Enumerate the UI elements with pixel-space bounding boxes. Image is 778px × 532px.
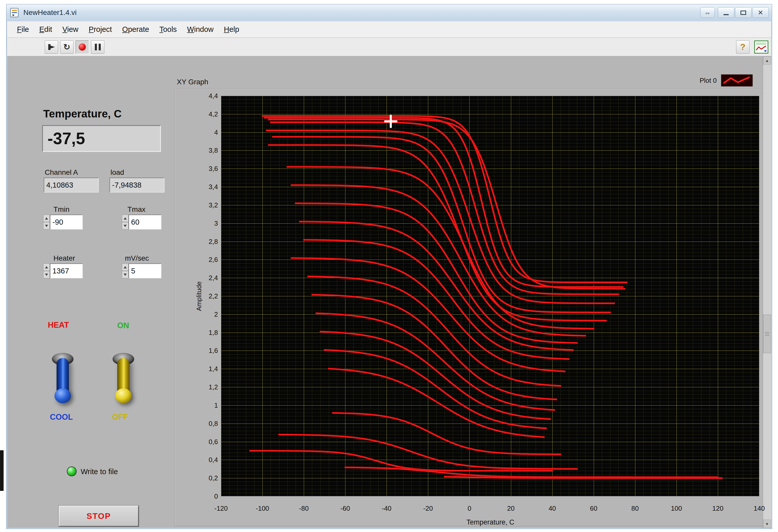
help-icon: ?	[740, 42, 746, 52]
window-title: NewHeater1.4.vi	[23, 8, 77, 17]
y-tick-label: 2,4	[184, 274, 218, 282]
y-tick-label: 2	[184, 310, 218, 318]
run-button[interactable]	[45, 41, 58, 54]
xy-graph-plot-area[interactable]	[221, 96, 759, 496]
on-off-switch-knob[interactable]	[115, 388, 132, 403]
menu-file[interactable]: File	[12, 25, 34, 34]
minimize-button[interactable]	[718, 7, 734, 18]
window-extra-button[interactable]: ⇔	[700, 7, 715, 18]
abort-icon	[79, 44, 86, 51]
tmax-spinner[interactable]	[122, 215, 129, 229]
heater-spinner[interactable]	[43, 263, 50, 278]
x-tick-label: -100	[247, 505, 278, 513]
decrement-arrow-icon[interactable]	[122, 271, 129, 278]
scroll-down-icon[interactable]: ▼	[763, 520, 771, 528]
x-tick-label: -20	[412, 505, 443, 513]
tmin-spinner[interactable]	[43, 215, 50, 229]
tmax-input[interactable]: 60	[129, 215, 161, 229]
load-indicator: -7,94838	[109, 177, 164, 193]
titlebar[interactable]: NewHeater1.4.vi ⇔ ✕	[6, 4, 772, 21]
increment-arrow-icon[interactable]	[122, 215, 129, 222]
channel-a-label: Channel A	[45, 168, 78, 176]
menu-tools[interactable]: Tools	[154, 25, 182, 34]
menu-operate[interactable]: Operate	[117, 25, 154, 34]
y-tick-label: 0,8	[184, 420, 218, 428]
tmin-label: Tmin	[54, 205, 69, 214]
write-to-file-led[interactable]	[67, 466, 77, 476]
menu-view[interactable]: View	[57, 25, 84, 34]
mv-per-sec-control[interactable]: 5	[122, 263, 161, 278]
legend-plot-name: Plot 0	[700, 77, 717, 85]
write-to-file-label: Write to file	[81, 467, 118, 476]
scrollbar-thumb[interactable]	[763, 315, 771, 353]
x-tick-label: 140	[744, 505, 771, 513]
temperature-label: Temperature, C	[43, 108, 122, 120]
y-tick-label: 1,6	[184, 347, 218, 355]
on-off-switch[interactable]	[108, 349, 139, 415]
cool-state-label: COOL	[50, 412, 73, 422]
y-tick-label: 4	[184, 129, 218, 136]
increment-arrow-icon[interactable]	[43, 263, 50, 271]
menu-bar: FileEditViewProjectOperateToolsWindowHel…	[7, 21, 771, 38]
heater-control[interactable]: 1367	[43, 263, 83, 278]
mv-per-sec-input[interactable]: 5	[129, 263, 161, 278]
tmax-control[interactable]: 60	[122, 215, 161, 229]
menu-help[interactable]: Help	[219, 25, 244, 34]
y-tick-label: 1,4	[184, 365, 218, 373]
vi-corner-icon[interactable]	[754, 41, 769, 54]
tmax-label: Tmax	[128, 205, 146, 214]
increment-arrow-icon[interactable]	[43, 215, 50, 222]
y-tick-label: 0,4	[184, 456, 218, 464]
increment-arrow-icon[interactable]	[122, 263, 129, 271]
close-button[interactable]: ✕	[752, 7, 769, 18]
y-tick-label: 4,4	[184, 92, 218, 100]
decrement-arrow-icon[interactable]	[43, 222, 50, 229]
off-state-label: OFF	[112, 412, 128, 422]
menu-project[interactable]: Project	[84, 25, 117, 34]
legend-line-icon	[721, 74, 753, 87]
tmin-control[interactable]: -90	[43, 215, 83, 229]
run-icon	[47, 43, 56, 52]
x-tick-label: 100	[661, 505, 692, 513]
decrement-arrow-icon[interactable]	[43, 271, 50, 278]
x-tick-label: 20	[495, 505, 526, 513]
y-tick-label: 1,2	[184, 383, 218, 391]
x-tick-label: 0	[454, 505, 485, 513]
y-tick-label: 3,4	[184, 183, 218, 191]
y-tick-label: 3,2	[184, 201, 218, 209]
maximize-button[interactable]	[735, 7, 752, 18]
stop-button[interactable]: STOP	[59, 506, 139, 527]
mv-per-sec-spinner[interactable]	[122, 263, 129, 278]
x-tick-label: 60	[578, 505, 609, 513]
load-label: load	[110, 168, 124, 176]
y-tick-label: 1	[184, 401, 218, 409]
x-tick-label: -60	[330, 505, 361, 513]
screenshot-artifact	[0, 450, 4, 491]
menu-window[interactable]: Window	[182, 25, 219, 34]
channel-a-indicator: 4,10863	[44, 177, 99, 193]
heater-input[interactable]: 1367	[50, 263, 83, 278]
heat-cool-switch-knob[interactable]	[55, 388, 71, 403]
abort-button[interactable]	[76, 41, 89, 54]
plot-legend[interactable]: Plot 0	[700, 74, 753, 87]
window-body: FileEditViewProjectOperateToolsWindowHel…	[7, 21, 771, 528]
window-controls: ⇔ ✕	[700, 7, 769, 18]
x-axis-title: Temperature, C	[439, 518, 542, 526]
run-continuous-icon: ↻	[64, 42, 70, 52]
menu-edit[interactable]: Edit	[34, 25, 57, 34]
y-tick-label: 1,8	[184, 329, 218, 336]
tmin-input[interactable]: -90	[50, 215, 83, 229]
y-tick-label: 3	[184, 220, 218, 227]
pause-button[interactable]	[91, 41, 104, 54]
y-tick-label: 0,2	[184, 474, 218, 482]
heat-cool-switch[interactable]	[47, 349, 78, 415]
y-tick-label: 2,8	[184, 238, 218, 245]
x-tick-label: -120	[206, 505, 236, 513]
run-continuous-button[interactable]: ↻	[60, 41, 74, 54]
help-button[interactable]: ?	[736, 41, 750, 54]
decrement-arrow-icon[interactable]	[122, 222, 129, 229]
vertical-scrollbar[interactable]: ▲ ▼	[763, 56, 771, 528]
x-tick-label: 40	[537, 505, 568, 513]
scroll-up-icon[interactable]: ▲	[763, 56, 771, 65]
y-tick-label: 2,2	[184, 292, 218, 300]
